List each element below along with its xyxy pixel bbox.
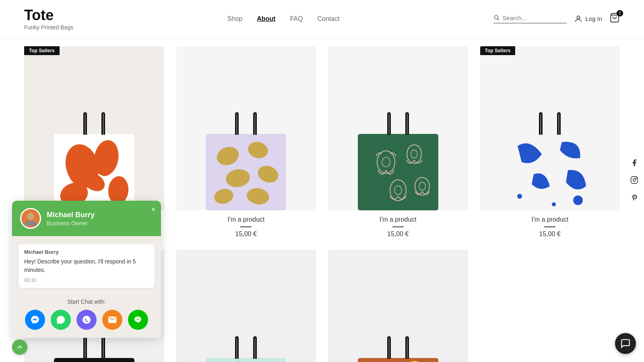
svg-point-27 <box>573 195 583 205</box>
handle-left-7 <box>387 336 391 359</box>
search-icon <box>493 14 500 21</box>
instagram-icon[interactable] <box>630 176 638 186</box>
avatar-icon <box>23 210 39 226</box>
pattern-blue-white <box>510 134 590 210</box>
product-title-2: I'm a product <box>227 216 264 223</box>
logo-area: Tote Funky Printed Bags <box>24 7 73 31</box>
product-divider-4 <box>544 226 555 227</box>
user-icon <box>574 14 583 23</box>
chat-start-label: Start Chat with: <box>19 298 155 305</box>
site-title: Tote <box>24 7 73 23</box>
product-title-4: I'm a product <box>531 216 568 223</box>
svg-point-29 <box>552 202 556 206</box>
product-image-1: Top Sellers <box>24 46 164 211</box>
svg-point-2 <box>577 16 580 19</box>
chat-msg-text: Hey! Describe your question, I'll respon… <box>24 257 149 274</box>
chat-close-button[interactable]: × <box>151 206 155 214</box>
product-image-4: Top Sellers <box>480 46 620 211</box>
handle-right <box>101 112 105 135</box>
svg-point-52 <box>636 178 637 179</box>
product-card-6 <box>176 250 316 362</box>
chat-toggle-button[interactable] <box>615 333 636 354</box>
facebook-icon[interactable] <box>630 159 638 169</box>
bag-body-4 <box>510 134 590 210</box>
handle-left-4 <box>539 112 543 135</box>
badge-top-sellers-1: Top Sellers <box>24 46 60 55</box>
svg-point-25 <box>419 182 425 190</box>
header: Tote Funky Printed Bags Shop About FAQ C… <box>0 0 644 38</box>
nav-about[interactable]: About <box>257 15 275 23</box>
svg-point-23 <box>394 186 402 195</box>
pinterest-icon[interactable] <box>630 193 638 204</box>
product-image-2 <box>176 46 316 211</box>
product-price-2: 15,00 € <box>235 230 257 238</box>
product-card-3: I'm a product 15,00 € <box>328 46 468 238</box>
whatsapp-button[interactable] <box>51 310 71 330</box>
viber-button[interactable] <box>76 310 97 330</box>
svg-rect-50 <box>631 177 638 183</box>
handle-left-5 <box>83 336 87 359</box>
pattern-green <box>358 134 438 210</box>
chat-body: Michael Burry Hey! Describe your questio… <box>12 236 161 294</box>
handle-right-5 <box>101 336 105 359</box>
product-price-4: 15,00 € <box>539 230 561 238</box>
product-card-empty <box>480 250 620 362</box>
login-label: Log In <box>585 15 602 22</box>
header-right: Log In 0 <box>493 12 620 25</box>
chat-minimize-button[interactable] <box>12 339 27 355</box>
svg-rect-17 <box>358 134 438 210</box>
bag-body-3 <box>358 134 438 210</box>
badge-top-sellers-4: Top Sellers <box>480 46 516 55</box>
bag-body-1 <box>54 134 134 210</box>
chat-avatar <box>20 208 41 229</box>
chat-channels <box>19 310 155 330</box>
chat-message: Michael Burry Hey! Describe your questio… <box>19 244 155 288</box>
pattern-lavender <box>206 134 286 210</box>
cart-badge: 0 <box>617 10 623 16</box>
handle-left <box>83 112 87 135</box>
nav-contact[interactable]: Contact <box>317 15 339 23</box>
product-card-2: I'm a product 15,00 € <box>176 46 316 238</box>
main-nav: Shop About FAQ Contact <box>227 15 340 23</box>
svg-line-1 <box>498 19 500 21</box>
svg-point-53 <box>27 213 34 220</box>
chat-user-info: Michael Burry Business Owner <box>47 211 95 226</box>
svg-point-28 <box>517 194 522 199</box>
login-button[interactable]: Log In <box>574 14 602 23</box>
svg-point-0 <box>495 16 498 19</box>
handle-right-2 <box>253 112 257 135</box>
svg-point-21 <box>411 150 417 158</box>
product-price-3: 15,00 € <box>387 230 409 238</box>
product-image-3 <box>328 46 468 211</box>
chat-start-section: Start Chat with: <box>12 294 161 338</box>
product-image-7 <box>328 250 468 362</box>
handle-right-7 <box>405 336 409 359</box>
handle-left-6 <box>235 336 239 359</box>
product-divider-2 <box>240 226 252 227</box>
chat-widget: Michael Burry Business Owner × Michael B… <box>12 201 161 338</box>
handle-left-3 <box>387 112 391 135</box>
svg-point-51 <box>633 179 636 181</box>
search-bar <box>493 14 567 23</box>
handle-right-3 <box>405 112 409 135</box>
messenger-button[interactable] <box>25 310 45 330</box>
product-image-6 <box>176 250 316 362</box>
handle-right-4 <box>557 112 561 135</box>
product-title-3: I'm a product <box>380 216 417 223</box>
line-button[interactable] <box>128 310 148 330</box>
pattern-orange <box>54 134 134 210</box>
handle-left-2 <box>235 112 239 135</box>
chat-msg-sender: Michael Burry <box>24 249 149 255</box>
nav-faq[interactable]: FAQ <box>290 15 303 23</box>
nav-shop[interactable]: Shop <box>227 15 242 23</box>
bag-body-2 <box>206 134 286 210</box>
cart-button[interactable]: 0 <box>609 12 620 25</box>
product-card-7 <box>328 250 468 362</box>
search-input[interactable] <box>502 14 567 21</box>
handle-right-6 <box>253 336 257 359</box>
email-button[interactable] <box>102 310 122 330</box>
chat-header: Michael Burry Business Owner × <box>12 201 161 236</box>
svg-point-19 <box>382 157 390 167</box>
social-sidebar <box>625 154 644 208</box>
product-divider-3 <box>392 226 404 227</box>
